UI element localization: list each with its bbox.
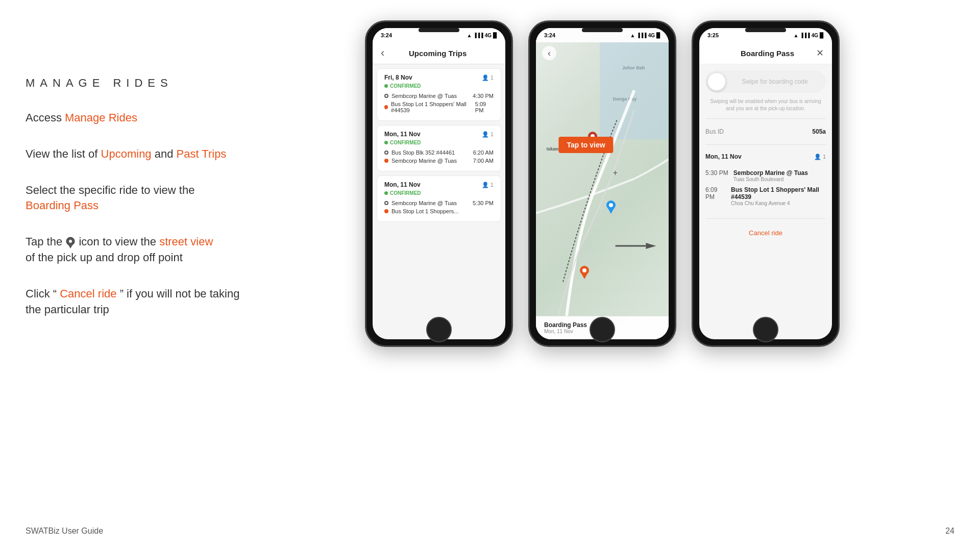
trip-3-stop-1: Sembcorp Marine @ Tuas 5:30 PM — [384, 200, 494, 206]
trip-3-status: CONFIRMED — [384, 190, 494, 196]
trip-2-stop-2: Sembcorp Marine @ Tuas 7:00 AM — [384, 158, 494, 164]
instruction-3-highlight: Boarding Pass — [26, 199, 99, 212]
phone-1-screen: 3:24 ▲▐▐▐4G▉ ‹ Upcoming Trips Fri, 8 Nov — [373, 28, 505, 339]
close-button[interactable]: ✕ — [816, 47, 824, 59]
phone-2: Johor Bah Danga Bay Iskandar Puteri — [528, 20, 676, 347]
trip-2-stop-2-time: 7:00 AM — [473, 158, 494, 164]
trip-1-date: Fri, 8 Nov — [384, 74, 412, 81]
bp-stop-1: 5:30 PM Sembcorp Marine @ Tuas Tuas Sout… — [705, 169, 826, 182]
trip-card-2[interactable]: Mon, 11 Nov 👤 1 CONFIRMED Bus Stop Blk 3… — [377, 125, 501, 171]
trip-1-stop-2: Bus Stop Lot 1 Shoppers' Mall #44539 5:0… — [384, 101, 494, 113]
phone-1: 3:24 ▲▐▐▐4G▉ ‹ Upcoming Trips Fri, 8 Nov — [365, 20, 513, 347]
phone-1-time: 3:24 — [381, 32, 392, 38]
map-roads-svg — [536, 28, 669, 339]
svg-point-8 — [582, 268, 586, 272]
phone-3-screen: 3:25 ▲▐▐▐4G▉ Boarding Pass ✕ Swipe for b… — [699, 28, 832, 339]
swipe-hint: Swiping will be enabled when your bus is… — [705, 98, 826, 112]
trip-3-stop-1-name: Sembcorp Marine @ Tuas — [391, 200, 457, 206]
instruction-5-before: Click “ — [26, 287, 57, 300]
map-back-button[interactable]: ‹ — [542, 46, 556, 60]
svg-marker-6 — [608, 208, 614, 214]
phones-container: 3:24 ▲▐▐▐4G▉ ‹ Upcoming Trips Fri, 8 Nov — [235, 20, 970, 520]
dest-dot-2 — [384, 159, 388, 163]
trip-card-3[interactable]: Mon, 11 Nov 👤 1 CONFIRMED Sembcorp Marin… — [377, 176, 501, 222]
trip-3-stop-2-name: Bus Stop Lot 1 Shoppers... — [391, 208, 458, 214]
instruction-3: Select the specific ride to view the Boa… — [26, 183, 240, 214]
trip-1-stop-1-time: 4:30 PM — [473, 93, 494, 99]
bp-stop-1-name: Sembcorp Marine @ Tuas — [733, 169, 808, 177]
swipe-handle[interactable] — [707, 72, 726, 91]
instruction-3-before: Select the specific ride to view the — [26, 184, 194, 196]
origin-dot-1 — [384, 94, 388, 98]
instruction-2-highlight1: Upcoming — [101, 147, 152, 160]
phone-2-screen: Johor Bah Danga Bay Iskandar Puteri — [536, 28, 669, 339]
status-dot-2 — [384, 141, 388, 144]
swipe-text: Swipe for boarding code — [726, 78, 824, 85]
phone-3-home — [753, 317, 778, 342]
bp-stop-2: 6:09 PM Bus Stop Lot 1 Shoppers' Mall #4… — [705, 186, 826, 206]
upcoming-trips-screen: 3:24 ▲▐▐▐4G▉ ‹ Upcoming Trips Fri, 8 Nov — [373, 28, 505, 339]
cancel-ride-button[interactable]: Cancel ride — [705, 225, 826, 241]
status-dot-1 — [384, 84, 388, 88]
instruction-4-before: Tap the — [26, 235, 65, 248]
phone-3-status-icons: ▲▐▐▐4G▉ — [794, 33, 824, 38]
trip-1-stop-1: Sembcorp Marine @ Tuas 4:30 PM — [384, 93, 494, 99]
instruction-5-highlight: Cancel ride — [60, 287, 116, 300]
svg-point-5 — [609, 203, 613, 207]
bus-id-label: Bus ID — [705, 128, 724, 135]
instruction-4: Tap the icon to view the street view of … — [26, 234, 240, 266]
bp-stop-2-addr: Choa Chu Kang Avenue 4 — [731, 201, 826, 206]
footer-right: 24 — [945, 527, 954, 536]
instruction-2-highlight2: Past Trips — [177, 147, 227, 160]
instruction-5-after: ” if you will not be taking the particul… — [26, 287, 239, 316]
swipe-bar[interactable]: Swipe for boarding code — [705, 70, 826, 93]
trip-2-stop-1: Bus Stop Blk 352 #44461 6:20 AM — [384, 149, 494, 156]
trip-card-1[interactable]: Fri, 8 Nov 👤 1 CONFIRMED Sembcorp Marine… — [377, 68, 501, 121]
phone-2-status-icons: ▲▐▐▐4G▉ — [630, 33, 660, 38]
trip-2-status: CONFIRMED — [384, 140, 494, 145]
instruction-5: Click “ Cancel ride ” if you will not be… — [26, 286, 240, 318]
tap-to-view-button[interactable]: Tap to view — [558, 137, 613, 153]
origin-dot-3 — [384, 201, 388, 205]
phone-1-navbar: ‹ Upcoming Trips — [373, 42, 505, 64]
map-screen: Johor Bah Danga Bay Iskandar Puteri — [536, 28, 669, 339]
instruction-1-before: Access — [26, 111, 65, 124]
map-crosshair: + — [613, 168, 618, 178]
boarding-pass-title: Boarding Pass — [719, 49, 816, 58]
origin-dot-2 — [384, 151, 388, 155]
map-pin-orange — [578, 265, 591, 280]
back-button[interactable]: ‹ — [381, 46, 384, 60]
bus-id-value: 505a — [812, 128, 826, 135]
footer: SWATBiz User Guide 24 — [26, 527, 954, 536]
phone-2-wrapper: Johor Bah Danga Bay Iskandar Puteri — [528, 20, 676, 347]
instruction-4-highlight: street view — [159, 235, 213, 248]
dest-dot-1 — [384, 105, 388, 109]
trip-1-pax: 👤 1 — [482, 74, 494, 81]
phone-3: 3:25 ▲▐▐▐4G▉ Boarding Pass ✕ Swipe for b… — [692, 20, 840, 347]
bp-date: Mon, 11 Nov — [705, 153, 742, 160]
instruction-4-after2: of the pick up and drop off point — [26, 251, 183, 264]
footer-left: SWATBiz User Guide — [26, 527, 103, 536]
phone-2-home — [590, 317, 615, 342]
bp-stop-1-addr: Tuas South Boulevard — [733, 177, 808, 182]
nav-title: Upcoming Trips — [389, 49, 486, 58]
instruction-2: View the list of Upcoming and Past Trips — [26, 146, 240, 162]
phone-1-notch — [419, 28, 459, 32]
trip-3-date: Mon, 11 Nov — [384, 181, 421, 188]
trip-1-stop-1-name: Sembcorp Marine @ Tuas — [391, 93, 457, 99]
instruction-2-before: View the list of — [26, 147, 101, 160]
instruction-1: Access Manage Rides — [26, 110, 240, 126]
trip-1-stop-2-time: 5:09 PM — [475, 101, 494, 113]
bp-stops: 5:30 PM Sembcorp Marine @ Tuas Tuas Sout… — [705, 167, 826, 212]
svg-marker-14 — [646, 243, 656, 249]
trip-2-pax: 👤 1 — [482, 131, 494, 138]
instruction-1-highlight: Manage Rides — [65, 111, 137, 124]
status-dot-3 — [384, 191, 388, 195]
svg-point-1 — [69, 240, 72, 243]
phone-2-time: 3:24 — [544, 32, 555, 38]
trip-3-stop-1-time: 5:30 PM — [473, 200, 494, 206]
phone-1-status-icons: ▲▐▐▐4G▉ — [467, 33, 497, 38]
phone-3-time: 3:25 — [707, 32, 719, 38]
bp-pax: 👤 1 — [814, 154, 826, 160]
trip-2-stop-1-name: Bus Stop Blk 352 #44461 — [391, 149, 455, 156]
